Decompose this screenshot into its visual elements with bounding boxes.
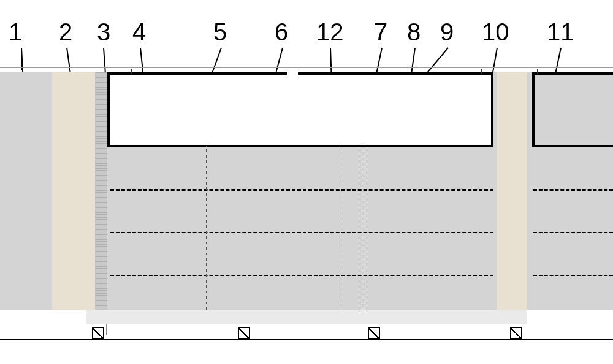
label-3: 3 [97, 18, 110, 46]
label-row: 1 2 3 4 5 6 12 7 8 9 10 11 [0, 0, 613, 67]
label-1: 1 [9, 18, 22, 46]
pipe-1 [206, 146, 208, 324]
label-6: 6 [275, 18, 288, 46]
dashed-row-2r [533, 232, 613, 233]
label-10: 10 [482, 18, 509, 46]
ground-line [0, 339, 613, 340]
pipe-3 [362, 146, 364, 324]
label-2: 2 [59, 18, 72, 46]
right-beige-column [497, 72, 527, 310]
footer-sq-3 [368, 327, 380, 339]
second-light-column [52, 72, 95, 310]
footer-sq-2 [238, 327, 250, 339]
left-solid-block [0, 72, 52, 310]
label-8: 8 [407, 18, 421, 46]
footer-sq-1 [92, 327, 104, 339]
top-surface-line [0, 67, 613, 68]
bottom-beam [86, 310, 527, 324]
dashed-row-1 [110, 189, 493, 191]
label-4: 4 [132, 18, 146, 46]
cross-section [0, 67, 613, 325]
scratch-1 [131, 69, 132, 74]
label-7: 7 [374, 18, 387, 46]
dashed-row-2 [110, 232, 493, 233]
diagram-container: 1 2 3 4 5 6 12 7 8 9 10 11 [0, 0, 613, 364]
label-9: 9 [440, 18, 454, 46]
chamber-top-gap [287, 72, 298, 75]
footer-sq-4 [510, 327, 522, 339]
right-gray-chamber [532, 72, 613, 147]
label-11: 11 [547, 18, 574, 46]
label-5: 5 [213, 18, 227, 46]
dashed-row-3 [110, 275, 493, 276]
pipe-2 [341, 146, 343, 324]
dashed-row-1r [533, 189, 613, 191]
dashed-row-3r [533, 275, 613, 276]
hatched-vertical-strip [95, 72, 107, 310]
scratch-3 [537, 69, 538, 74]
label-12: 12 [316, 18, 344, 46]
main-chamber [107, 72, 493, 147]
top-surface-line-2 [0, 70, 613, 70]
scratch-2 [481, 69, 482, 74]
